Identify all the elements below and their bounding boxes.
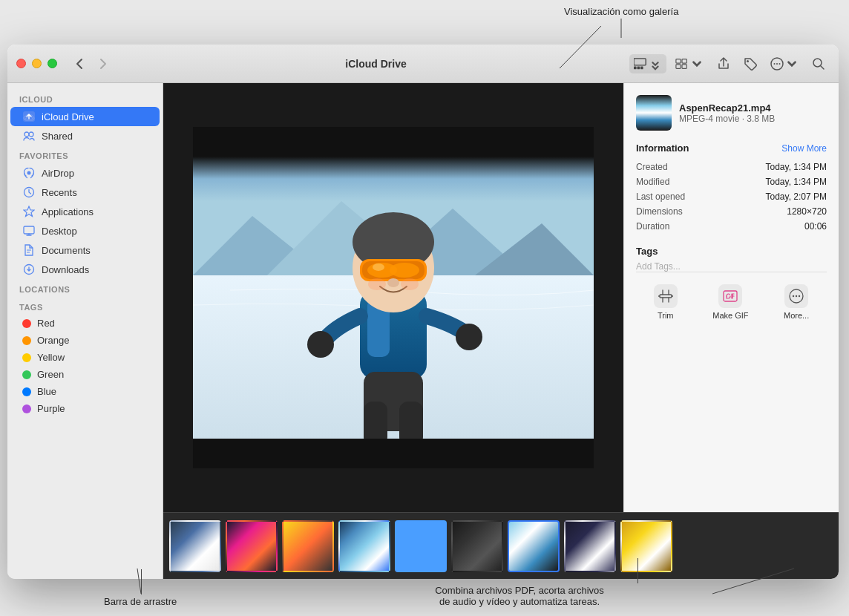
sidebar: iCloud iCloud Drive (7, 83, 163, 579)
close-button[interactable] (16, 59, 26, 68)
toolbar-right (629, 54, 830, 73)
sidebar-item-green[interactable]: Green (10, 366, 160, 383)
show-more-link[interactable]: Show More (781, 143, 827, 154)
svg-point-10 (774, 63, 776, 65)
thumbnail-5[interactable] (395, 520, 447, 572)
modified-value: Today, 1:34 PM (766, 177, 827, 187)
created-value: Today, 1:34 PM (766, 162, 827, 172)
more-actions-icon (784, 284, 808, 308)
sidebar-section-favorites: Favorites (7, 145, 163, 163)
tag-dot-blue (22, 387, 31, 396)
content-area: iCloud iCloud Drive (7, 83, 839, 579)
tag-dot-yellow (22, 353, 31, 362)
gallery-view-button[interactable] (629, 54, 666, 73)
airdrop-icon (22, 166, 36, 180)
tag-dot-purple (22, 404, 31, 413)
more-button[interactable] (766, 54, 803, 73)
thumbnail-9[interactable] (620, 520, 672, 572)
last-opened-value: Today, 2:07 PM (766, 191, 827, 202)
sidebar-item-label-recents: Recents (42, 187, 77, 198)
applications-icon (22, 205, 36, 218)
sidebar-item-orange[interactable]: Orange (10, 332, 160, 349)
drag-bar-annotation: Barra de arrastre (104, 596, 177, 607)
sidebar-item-downloads[interactable]: Downloads (10, 260, 160, 279)
preview-svg (193, 127, 594, 468)
thumbnail-1[interactable] (169, 520, 221, 572)
svg-point-17 (27, 171, 31, 175)
info-row-created: Created Today, 1:34 PM (636, 160, 827, 174)
svg-point-36 (373, 263, 384, 271)
sidebar-item-label-purple: Purple (37, 403, 65, 414)
view-options-button[interactable] (671, 54, 708, 73)
sidebar-item-label-icloud-drive: iCloud Drive (42, 111, 94, 122)
svg-rect-1 (634, 66, 637, 69)
sidebar-item-label-desktop: Desktop (42, 226, 77, 237)
thumbnail-6[interactable] (451, 520, 503, 572)
sidebar-item-label-red: Red (37, 318, 55, 329)
sidebar-item-label-downloads: Downloads (42, 264, 89, 275)
sidebar-item-label-orange: Orange (37, 335, 69, 346)
gallery-view-annotation: Visualización como galería (564, 6, 678, 17)
modified-label: Modified (636, 177, 669, 187)
sidebar-item-yellow[interactable]: Yellow (10, 349, 160, 366)
sidebar-item-label-shared: Shared (42, 131, 73, 142)
svg-rect-50 (660, 295, 672, 298)
preview-image[interactable] (163, 83, 623, 512)
add-tags[interactable]: Add Tags... (636, 261, 827, 272)
downloads-icon (22, 263, 36, 276)
trim-button[interactable]: Trim (645, 280, 686, 324)
svg-point-16 (29, 132, 33, 137)
forward-button[interactable] (93, 56, 114, 71)
gallery-area: AspenRecap21.mp4 MPEG-4 movie · 3.8 MB I… (163, 83, 839, 512)
svg-point-55 (799, 295, 800, 297)
search-button[interactable] (807, 54, 830, 73)
thumbnail-3[interactable] (282, 520, 334, 572)
info-section-header: Information Show More (636, 142, 827, 154)
sidebar-item-airdrop[interactable]: AirDrop (10, 163, 160, 183)
make-gif-button[interactable]: Make GIF (704, 280, 757, 324)
thumbnail-2[interactable] (226, 520, 278, 572)
duration-label: Duration (636, 221, 669, 232)
file-name: AspenRecap21.mp4 (679, 102, 775, 114)
sidebar-item-label-yellow: Yellow (37, 352, 65, 363)
svg-rect-48 (193, 127, 594, 157)
share-button[interactable] (712, 54, 735, 73)
sidebar-item-recents[interactable]: Recents (10, 183, 160, 202)
thumbnail-8[interactable] (564, 520, 616, 572)
sidebar-item-icloud-drive[interactable]: iCloud Drive (10, 107, 160, 126)
sidebar-item-red[interactable]: Red (10, 315, 160, 332)
back-button[interactable] (69, 56, 90, 71)
sidebar-item-desktop[interactable]: Desktop (10, 221, 160, 240)
svg-rect-5 (682, 59, 686, 62)
svg-rect-4 (676, 59, 681, 62)
minimize-button[interactable] (32, 59, 42, 68)
svg-point-38 (368, 278, 386, 290)
sidebar-item-documents[interactable]: Documents (10, 240, 160, 260)
dimensions-label: Dimensions (636, 206, 683, 217)
make-gif-icon (718, 284, 742, 308)
sidebar-item-blue[interactable]: Blue (10, 383, 160, 400)
sidebar-item-label-green: Green (37, 369, 64, 380)
thumbnail-4[interactable] (338, 520, 390, 572)
more-actions-button[interactable]: More... (775, 280, 818, 324)
svg-point-41 (456, 324, 482, 350)
sidebar-item-shared[interactable]: Shared (10, 126, 160, 145)
tag-dot-green (22, 370, 31, 379)
tags-title: Tags (636, 246, 827, 257)
tag-button[interactable] (739, 54, 761, 73)
info-row-dimensions: Dimensions 1280×720 (636, 204, 827, 219)
svg-point-39 (401, 278, 419, 290)
svg-rect-2 (637, 66, 640, 69)
sidebar-item-applications[interactable]: Applications (10, 202, 160, 221)
maximize-button[interactable] (47, 59, 57, 68)
thumbnail-7[interactable] (508, 520, 560, 572)
info-panel: AspenRecap21.mp4 MPEG-4 movie · 3.8 MB I… (623, 83, 839, 512)
icloud-drive-icon (22, 110, 36, 123)
svg-rect-3 (640, 66, 643, 69)
sidebar-item-purple[interactable]: Purple (10, 400, 160, 417)
tags-section: Tags Add Tags... (636, 246, 827, 272)
svg-point-13 (813, 59, 822, 67)
tag-dot-orange (22, 336, 31, 345)
dimensions-value: 1280×720 (787, 206, 827, 217)
file-type: MPEG-4 movie · 3.8 MB (679, 114, 775, 124)
